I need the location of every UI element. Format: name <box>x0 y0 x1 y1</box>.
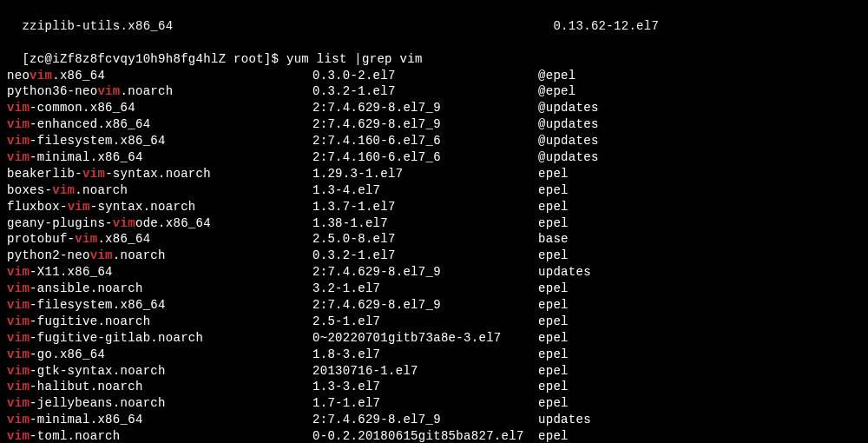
grep-match: vim <box>7 364 30 378</box>
package-name: zziplib-utils.x86_64 <box>22 18 327 35</box>
package-name: vim-fugitive.noarch <box>7 314 312 330</box>
package-version: 2:7.4.160-6.el7_6 <box>312 149 538 166</box>
package-name-pre: python2-neo <box>7 248 90 262</box>
package-name-post: -jellybeans.noarch <box>30 396 166 410</box>
package-name: vim-jellybeans.noarch <box>7 395 312 412</box>
package-name-post: -enhanced.x86_64 <box>30 117 150 131</box>
package-name-pre: geany-plugins- <box>7 216 113 230</box>
grep-match: vim <box>75 232 97 246</box>
table-row: vim-minimal.x86_642:7.4.629-8.el7_9updat… <box>7 412 861 428</box>
package-name: python36-neovim.noarch <box>7 83 312 100</box>
package-name-pre: boxes- <box>7 183 52 197</box>
package-name-post: -filesystem.x86_64 <box>30 134 166 148</box>
grep-match: vim <box>7 298 30 312</box>
package-name: vim-filesystem.x86_64 <box>7 133 312 149</box>
table-row: vim-fugitive.noarch2.5-1.el7epel <box>7 314 861 330</box>
terminal-output: neovim.x86_640.3.0-2.el7@epelpython36-ne… <box>7 68 861 443</box>
package-name-post: -minimal.x86_64 <box>30 150 143 164</box>
package-name-post: ode.x86_64 <box>135 216 211 230</box>
package-repo: epel <box>538 314 569 330</box>
package-repo: epel <box>538 281 569 297</box>
package-repo: 0.13.62-12.el7 <box>553 18 659 35</box>
package-name-post: -fugitive-gitlab.noarch <box>30 331 203 345</box>
package-name-post: .noarch <box>113 248 166 262</box>
table-row: protobuf-vim.x86_642.5.0-8.el7base <box>7 231 861 248</box>
grep-match: vim <box>68 200 90 214</box>
package-repo: epel <box>538 182 569 199</box>
table-row: vim-ansible.noarch3.2-1.el7epel <box>7 281 861 297</box>
package-name: vim-enhanced.x86_64 <box>7 116 312 133</box>
package-name-post: -filesystem.x86_64 <box>30 298 166 312</box>
table-row: vim-gtk-syntax.noarch20130716-1.el7epel <box>7 363 861 380</box>
package-version: 2.5.0-8.el7 <box>312 231 538 248</box>
package-repo: @updates <box>538 133 599 149</box>
package-name-post: -go.x86_64 <box>30 347 105 361</box>
package-repo: updates <box>538 412 591 428</box>
grep-match: vim <box>52 183 75 197</box>
grep-match: vim <box>7 134 30 148</box>
package-repo: @updates <box>538 149 599 166</box>
package-name: vim-minimal.x86_64 <box>7 149 312 166</box>
package-name: protobuf-vim.x86_64 <box>7 231 312 248</box>
table-row: vim-X11.x86_642:7.4.629-8.el7_9updates <box>7 264 861 281</box>
table-row: python2-neovim.noarch0.3.2-1.el7epel <box>7 248 861 264</box>
grep-match: vim <box>7 101 30 115</box>
package-name-post: -toml.noarch <box>30 429 120 443</box>
package-name: vim-filesystem.x86_64 <box>7 297 312 314</box>
grep-match: vim <box>7 331 30 345</box>
table-row: python36-neovim.noarch0.3.2-1.el7@epel <box>7 83 861 100</box>
package-name-post: -common.x86_64 <box>30 101 135 115</box>
package-repo: epel <box>538 330 569 347</box>
package-version: 0.3.2-1.el7 <box>312 83 538 100</box>
grep-match: vim <box>90 248 113 262</box>
package-version <box>327 18 553 35</box>
package-name: python2-neovim.noarch <box>7 248 312 264</box>
table-row: vim-toml.noarch0-0.2.20180615git85ba827.… <box>7 428 861 443</box>
package-repo: @epel <box>538 68 576 84</box>
package-name-post: -ansible.noarch <box>30 281 143 295</box>
package-repo: epel <box>538 363 569 380</box>
package-name: vim-ansible.noarch <box>7 281 312 297</box>
package-version: 2:7.4.160-6.el7_6 <box>312 133 538 149</box>
package-name: vim-X11.x86_64 <box>7 264 312 281</box>
package-name-post: -syntax.noarch <box>90 200 196 214</box>
table-row: beakerlib-vim-syntax.noarch1.29.3-1.el7e… <box>7 166 861 182</box>
package-version: 3.2-1.el7 <box>312 281 538 297</box>
package-version: 2.5-1.el7 <box>312 314 538 330</box>
package-name-post: -halibut.noarch <box>30 380 143 393</box>
package-name: beakerlib-vim-syntax.noarch <box>7 166 312 182</box>
package-version: 1.7-1.el7 <box>312 395 538 412</box>
shell-prompt: [zc@iZf8z8fcvqy10h9h8fg4hlZ root]$ <box>22 52 286 66</box>
package-repo: epel <box>538 297 569 314</box>
package-version: 1.29.3-1.el7 <box>312 166 538 182</box>
package-name-pre: neo <box>7 69 30 83</box>
package-name-post: -fugitive.noarch <box>30 314 150 328</box>
package-name-post: .x86_64 <box>97 232 150 246</box>
grep-match: vim <box>7 347 30 361</box>
package-repo: epel <box>538 428 569 443</box>
package-name-pre: fluxbox- <box>7 200 68 214</box>
package-name-post: .noarch <box>75 183 128 197</box>
package-name-post: -gtk-syntax.noarch <box>30 364 166 378</box>
table-row: boxes-vim.noarch1.3-4.el7epel <box>7 182 861 199</box>
package-repo: epel <box>538 248 569 264</box>
package-repo: base <box>538 231 569 248</box>
package-repo: epel <box>538 347 569 363</box>
package-repo: epel <box>538 395 569 412</box>
package-name: vim-toml.noarch <box>7 428 312 443</box>
package-version: 1.3.7-1.el7 <box>312 199 538 215</box>
grep-match: vim <box>7 150 30 164</box>
table-row: vim-minimal.x86_642:7.4.160-6.el7_6@upda… <box>7 149 861 166</box>
package-name: boxes-vim.noarch <box>7 182 312 199</box>
package-version: 2:7.4.629-8.el7_9 <box>312 264 538 281</box>
table-row: vim-filesystem.x86_642:7.4.629-8.el7_9ep… <box>7 297 861 314</box>
package-repo: @updates <box>538 116 599 133</box>
table-row: vim-filesystem.x86_642:7.4.160-6.el7_6@u… <box>7 133 861 149</box>
package-name: geany-plugins-vimode.x86_64 <box>7 215 312 232</box>
package-name-post: .noarch <box>121 84 174 98</box>
package-name-pre: beakerlib- <box>7 167 82 181</box>
grep-match: vim <box>97 84 120 98</box>
terminal-prompt-line[interactable]: [zc@iZf8z8fcvqy10h9h8fg4hlZ root]$ yum l… <box>7 35 861 68</box>
package-version: 0.3.2-1.el7 <box>312 248 538 264</box>
package-repo: epel <box>538 199 569 215</box>
